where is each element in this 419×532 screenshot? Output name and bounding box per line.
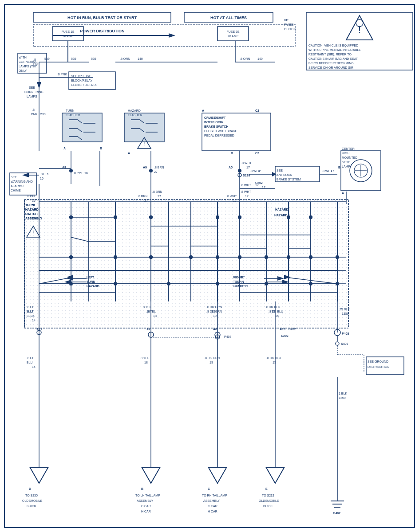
turn-sw-label2b: HAZARD [25, 208, 39, 211]
right-turn2b: TURN [233, 280, 241, 283]
ground-c-car2: H CAR [208, 510, 217, 513]
lt-blu-14-lower2: BLU [27, 361, 33, 364]
turn-flasher-b: B [100, 147, 102, 150]
caution-text5: BELTS BEFORE PERFORMING [308, 62, 354, 65]
see-cornering3: LAMPS [27, 95, 37, 98]
fuse-block-label3: BLOCK [284, 27, 296, 31]
svg-point-51 [149, 169, 153, 172]
svg-text:!: ! [358, 23, 361, 35]
svg-rect-156 [25, 200, 348, 328]
wire-539-top: 539 [71, 57, 76, 60]
closed-brake1: CLOSED WITH BRAKE [204, 129, 237, 133]
wiring-diagram: text { font-family: Arial, Helvetica, sa… [0, 0, 419, 532]
hazard-flasher-label2: FLASHER [128, 113, 142, 117]
svg-point-180 [309, 215, 312, 219]
fuse1b-amp: 20 AMP [63, 35, 74, 38]
left-hazardb: HAZARD [87, 285, 99, 288]
15-lower: 15 [273, 361, 276, 364]
cornering-note1: WITH [19, 56, 27, 59]
cornering-note4: ONLY [19, 69, 27, 72]
19-asm: 19 [212, 310, 215, 313]
hazard-flasher-a: A [128, 152, 130, 155]
stop-lamp-a: A [342, 192, 344, 195]
lt-blu-14-lower1: .8 LT [27, 356, 34, 360]
svg-point-184 [189, 255, 193, 259]
turn-sw-label4b: ASSEMBLY [25, 217, 43, 220]
see-warning4: CHIME [11, 189, 21, 192]
ground-b-to1: TO LH TAILLAMP [135, 494, 160, 497]
ground-c: C [208, 487, 210, 490]
see-ip-fuse2: BLOCK/RELAY [71, 79, 92, 82]
ground-c-to2: ASSEMBLY [203, 499, 220, 502]
right-hazardb: HAZARD [233, 285, 246, 288]
140-1: 140 [138, 57, 143, 60]
c2-label-bot: C2 [255, 152, 259, 155]
blk-1350-lower: 1 BLK [339, 392, 347, 395]
svg-point-53 [238, 169, 241, 172]
14-asm: 14 [31, 314, 35, 317]
right-turn1b: RIGHT [233, 276, 243, 279]
b-label-brake: B [231, 152, 233, 155]
ppl-horizontal1: .8 PPL [73, 172, 83, 175]
ppl-16-lower: .8 PPL [27, 195, 36, 198]
see-cornering: SEE [29, 86, 35, 89]
svg-point-190 [336, 255, 339, 259]
17-right: 17 [331, 169, 334, 172]
caution-text6: SERVICE ON OR AROUND SIR [308, 66, 353, 69]
center-high-label5: LAMP [342, 165, 350, 168]
see-warning2: WARNING AND [11, 180, 33, 183]
svg-point-175 [114, 215, 117, 219]
cruise-a: A [202, 109, 204, 112]
header-left: HOT IN RUN, BULB TEST OR START [67, 16, 137, 20]
17-connect: 17 [245, 195, 249, 198]
19-lower: 19 [210, 361, 213, 364]
ground-e-to: TO S232 [262, 494, 274, 497]
svg-point-188 [287, 255, 290, 259]
svg-point-194 [216, 282, 219, 286]
fuse6b-amp: 20 AMP [228, 35, 239, 38]
lt-blu-asm2: BLU [27, 310, 33, 313]
caution-text2: WITH SUPPLEMENTAL INFLATABLE [308, 48, 361, 51]
539-label-left: 539 [40, 113, 46, 116]
c202-right: C202 [281, 334, 289, 337]
left-turn1b: LEFT [87, 276, 95, 279]
svg-point-174 [69, 215, 73, 219]
turn-flasher-a: A [63, 147, 66, 150]
ground-b-car2: H CAR [141, 510, 151, 513]
svg-point-189 [309, 255, 312, 259]
brn-27-connect: .8 BRN [152, 190, 162, 193]
antilock3: BRAKE SYSTEM [277, 178, 301, 181]
ground-c-to1: TO RH TAILLAMP [202, 494, 227, 497]
turn-sw-label3b: SWITCH [25, 212, 38, 215]
dkblu-15-lower1: .8 DK BLU [266, 356, 281, 360]
18-lower: 18 [144, 361, 148, 364]
svg-point-192 [114, 282, 117, 286]
svg-rect-25 [62, 113, 102, 142]
fuse1b-label: FUSE 1B [61, 30, 75, 33]
c2-label-top: C2 [255, 109, 259, 112]
svg-point-193 [167, 282, 170, 286]
turn-flasher-label2: FLASHER [66, 113, 80, 117]
antilock2: ANTILOCK [277, 173, 292, 176]
ground-d: D [29, 487, 31, 490]
fuse6b-label: FUSE 6B [226, 30, 240, 33]
yel-18-lower1: .8 YEL [140, 356, 149, 360]
140-2: 140 [257, 57, 263, 60]
cornering-note2: CORNERING [19, 60, 38, 63]
ground-d-buick: BUICK [27, 505, 36, 508]
power-dist-label: POWER DISTRIBUTION [80, 29, 125, 33]
fuse-block-label: I/P [284, 18, 289, 22]
hazard-label-asm: HAZARD [274, 214, 288, 217]
14-lower: 14 [32, 365, 36, 368]
dkblu-15-asm: .8 DK BLU [265, 305, 280, 309]
ground-b: B [141, 487, 143, 490]
pnk-wire-label2: PNK [31, 113, 38, 116]
orn-140-1: .8 ORN [120, 57, 130, 60]
turn-sw-label1b: TURN/ [25, 203, 35, 207]
b-right-label: B [338, 166, 340, 169]
dkgrn-19-lower1: .8 DK GRN [204, 356, 220, 360]
hazard-triangle-sym: ! [144, 141, 145, 146]
svg-point-183 [149, 255, 153, 259]
27-label-1: 27 [154, 170, 158, 173]
ground-d-to: TO S235 [25, 494, 38, 497]
